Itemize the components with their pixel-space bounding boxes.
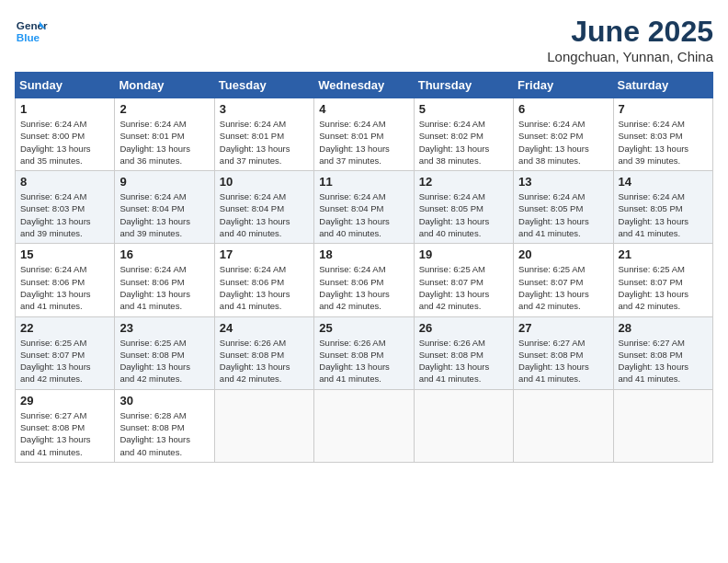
logo: General Blue [15,15,48,48]
title-area: June 2025 Longchuan, Yunnan, China [547,15,713,64]
calendar-week: 1Sunrise: 6:24 AM Sunset: 8:00 PM Daylig… [16,98,713,171]
calendar: SundayMondayTuesdayWednesdayThursdayFrid… [15,72,713,463]
calendar-cell: 9Sunrise: 6:24 AM Sunset: 8:04 PM Daylig… [115,171,214,244]
day-number: 6 [518,102,608,116]
calendar-body: 1Sunrise: 6:24 AM Sunset: 8:00 PM Daylig… [16,98,713,463]
calendar-cell: 8Sunrise: 6:24 AM Sunset: 8:03 PM Daylig… [16,171,115,244]
header: General Blue June 2025 Longchuan, Yunnan… [15,15,713,64]
day-number: 25 [319,321,408,335]
day-info: Sunrise: 6:24 AM Sunset: 8:05 PM Dayligh… [619,190,708,239]
day-number: 15 [20,247,109,261]
calendar-cell: 30Sunrise: 6:28 AM Sunset: 8:08 PM Dayli… [115,389,214,462]
calendar-cell: 21Sunrise: 6:25 AM Sunset: 8:07 PM Dayli… [613,244,712,316]
logo-icon: General Blue [15,15,48,48]
calendar-cell [613,389,712,462]
day-info: Sunrise: 6:24 AM Sunset: 8:04 PM Dayligh… [119,190,209,239]
day-info: Sunrise: 6:26 AM Sunset: 8:08 PM Dayligh… [419,337,508,385]
day-number: 3 [220,102,309,116]
day-info: Sunrise: 6:24 AM Sunset: 8:04 PM Dayligh… [220,190,309,239]
calendar-cell: 29Sunrise: 6:27 AM Sunset: 8:08 PM Dayli… [16,389,115,462]
day-info: Sunrise: 6:24 AM Sunset: 8:05 PM Dayligh… [518,190,608,239]
day-number: 16 [119,247,209,261]
day-number: 30 [119,394,209,408]
day-info: Sunrise: 6:24 AM Sunset: 8:05 PM Dayligh… [419,190,508,239]
day-number: 20 [518,247,608,261]
calendar-cell [214,389,313,462]
calendar-cell: 4Sunrise: 6:24 AM Sunset: 8:01 PM Daylig… [314,98,414,171]
day-number: 28 [619,321,708,335]
day-info: Sunrise: 6:26 AM Sunset: 8:08 PM Dayligh… [220,337,309,385]
calendar-cell: 12Sunrise: 6:24 AM Sunset: 8:05 PM Dayli… [414,171,513,244]
calendar-cell: 1Sunrise: 6:24 AM Sunset: 8:00 PM Daylig… [16,98,115,171]
calendar-cell: 17Sunrise: 6:24 AM Sunset: 8:06 PM Dayli… [214,244,313,316]
day-info: Sunrise: 6:24 AM Sunset: 8:04 PM Dayligh… [319,190,408,239]
calendar-cell: 20Sunrise: 6:25 AM Sunset: 8:07 PM Dayli… [514,244,613,316]
day-info: Sunrise: 6:25 AM Sunset: 8:07 PM Dayligh… [619,263,708,312]
day-info: Sunrise: 6:25 AM Sunset: 8:07 PM Dayligh… [518,263,608,312]
weekday-label: Thursday [414,73,513,98]
day-info: Sunrise: 6:24 AM Sunset: 8:03 PM Dayligh… [20,190,109,239]
day-info: Sunrise: 6:25 AM Sunset: 8:07 PM Dayligh… [419,263,508,312]
day-info: Sunrise: 6:24 AM Sunset: 8:01 PM Dayligh… [319,118,408,167]
weekday-label: Wednesday [314,73,414,98]
calendar-cell: 26Sunrise: 6:26 AM Sunset: 8:08 PM Dayli… [414,316,513,389]
svg-text:General: General [17,19,48,31]
calendar-cell: 18Sunrise: 6:24 AM Sunset: 8:06 PM Dayli… [314,244,414,316]
calendar-cell: 14Sunrise: 6:24 AM Sunset: 8:05 PM Dayli… [613,171,712,244]
day-info: Sunrise: 6:24 AM Sunset: 8:02 PM Dayligh… [518,118,608,167]
day-number: 11 [319,175,408,189]
calendar-week: 22Sunrise: 6:25 AM Sunset: 8:07 PM Dayli… [16,316,713,389]
day-info: Sunrise: 6:28 AM Sunset: 8:08 PM Dayligh… [119,409,209,458]
day-number: 12 [419,175,508,189]
calendar-cell: 24Sunrise: 6:26 AM Sunset: 8:08 PM Dayli… [214,316,313,389]
day-number: 14 [619,175,708,189]
day-number: 23 [119,321,209,335]
day-number: 26 [419,321,508,335]
day-number: 4 [319,102,408,116]
day-number: 27 [518,321,608,335]
day-info: Sunrise: 6:27 AM Sunset: 8:08 PM Dayligh… [518,337,608,385]
day-number: 10 [220,175,309,189]
day-number: 7 [619,102,708,116]
calendar-cell: 16Sunrise: 6:24 AM Sunset: 8:06 PM Dayli… [115,244,214,316]
calendar-cell: 10Sunrise: 6:24 AM Sunset: 8:04 PM Dayli… [214,171,313,244]
calendar-week: 15Sunrise: 6:24 AM Sunset: 8:06 PM Dayli… [16,244,713,316]
calendar-cell: 5Sunrise: 6:24 AM Sunset: 8:02 PM Daylig… [414,98,513,171]
day-number: 13 [518,175,608,189]
day-info: Sunrise: 6:24 AM Sunset: 8:01 PM Dayligh… [220,118,309,167]
day-number: 21 [619,247,708,261]
day-info: Sunrise: 6:24 AM Sunset: 8:02 PM Dayligh… [419,118,508,167]
day-info: Sunrise: 6:24 AM Sunset: 8:06 PM Dayligh… [20,263,109,312]
day-number: 5 [419,102,508,116]
day-info: Sunrise: 6:27 AM Sunset: 8:08 PM Dayligh… [619,337,708,385]
day-number: 29 [20,394,109,408]
calendar-cell: 22Sunrise: 6:25 AM Sunset: 8:07 PM Dayli… [16,316,115,389]
location-title: Longchuan, Yunnan, China [547,49,713,64]
day-info: Sunrise: 6:24 AM Sunset: 8:06 PM Dayligh… [319,263,408,312]
weekday-label: Tuesday [214,73,313,98]
day-number: 1 [20,102,109,116]
calendar-cell [314,389,414,462]
day-info: Sunrise: 6:25 AM Sunset: 8:08 PM Dayligh… [119,337,209,385]
day-info: Sunrise: 6:27 AM Sunset: 8:08 PM Dayligh… [20,409,109,458]
day-number: 22 [20,321,109,335]
weekday-label: Monday [115,73,214,98]
day-info: Sunrise: 6:24 AM Sunset: 8:00 PM Dayligh… [20,118,109,167]
day-number: 24 [220,321,309,335]
day-info: Sunrise: 6:25 AM Sunset: 8:07 PM Dayligh… [20,337,109,385]
calendar-cell: 11Sunrise: 6:24 AM Sunset: 8:04 PM Dayli… [314,171,414,244]
day-info: Sunrise: 6:24 AM Sunset: 8:06 PM Dayligh… [220,263,309,312]
day-number: 9 [119,175,209,189]
calendar-cell: 19Sunrise: 6:25 AM Sunset: 8:07 PM Dayli… [414,244,513,316]
calendar-cell: 15Sunrise: 6:24 AM Sunset: 8:06 PM Dayli… [16,244,115,316]
day-number: 8 [20,175,109,189]
day-number: 17 [220,247,309,261]
weekday-header: SundayMondayTuesdayWednesdayThursdayFrid… [16,73,713,98]
weekday-label: Saturday [613,73,712,98]
calendar-cell: 25Sunrise: 6:26 AM Sunset: 8:08 PM Dayli… [314,316,414,389]
calendar-cell: 2Sunrise: 6:24 AM Sunset: 8:01 PM Daylig… [115,98,214,171]
day-info: Sunrise: 6:24 AM Sunset: 8:06 PM Dayligh… [119,263,209,312]
calendar-cell: 13Sunrise: 6:24 AM Sunset: 8:05 PM Dayli… [514,171,613,244]
svg-text:Blue: Blue [17,31,40,43]
calendar-cell: 28Sunrise: 6:27 AM Sunset: 8:08 PM Dayli… [613,316,712,389]
